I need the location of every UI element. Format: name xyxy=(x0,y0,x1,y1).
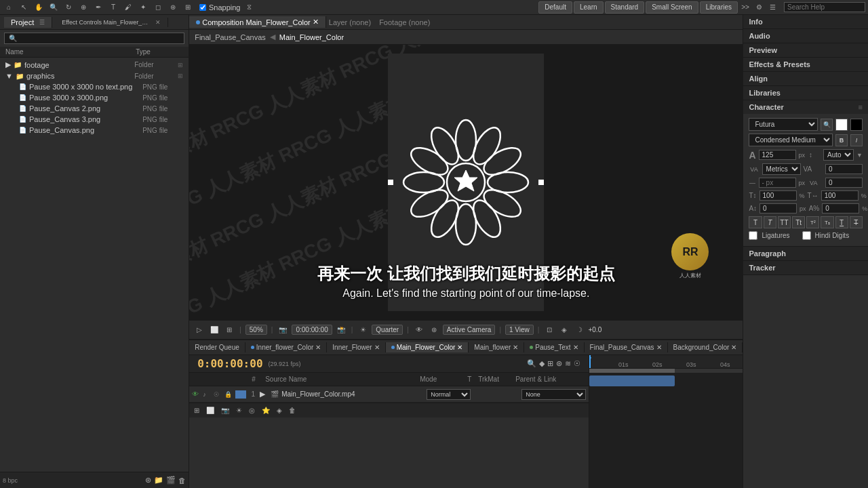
tab-effect-controls[interactable]: Effect Controls Main_Flower_Co... ✕ xyxy=(55,18,168,27)
workspace-more-icon[interactable]: >> xyxy=(739,1,751,14)
tl-tab-mf-close[interactable]: ✕ xyxy=(513,344,518,351)
vc-camera-icon[interactable]: 📷 xyxy=(277,324,289,336)
tl-tab-inner-flower[interactable]: Inner_Flower ✕ xyxy=(327,342,385,352)
character-section-title[interactable]: Character ≡ xyxy=(743,100,868,114)
tl-tab-render-queue[interactable]: Render Queue xyxy=(189,342,245,352)
vc-view-icon[interactable]: 👁 xyxy=(413,324,425,336)
align-section-title[interactable]: Align xyxy=(743,72,868,85)
style-super-btn[interactable]: T² xyxy=(806,216,819,228)
pen-tool[interactable]: ✒ xyxy=(92,1,104,14)
tl-adj-icon[interactable]: ◈ xyxy=(275,406,284,415)
workspace-settings-icon[interactable]: ☰ xyxy=(766,1,778,14)
leading-select[interactable]: Auto xyxy=(823,149,854,161)
vc-active-camera-btn[interactable]: Active Camera xyxy=(443,325,496,335)
tl-search-icon[interactable]: 🔍 xyxy=(527,359,536,368)
workspace-standard[interactable]: Standard xyxy=(605,1,645,14)
workspace-libraries[interactable]: Libraries xyxy=(700,1,738,14)
tree-item-file1[interactable]: 📄 Pause 3000 x 3000 no text.png PNG file xyxy=(0,81,189,92)
font-style-select[interactable]: Condensed Medium xyxy=(749,134,833,146)
tl-add-marker-icon[interactable]: ◆ xyxy=(539,359,545,368)
info-section-title[interactable]: Info xyxy=(743,15,868,28)
kerning-select[interactable]: Metrics xyxy=(762,163,801,175)
vc-view2-icon[interactable]: ⊛ xyxy=(428,324,440,336)
workspace-menu-icon[interactable]: ⚙ xyxy=(753,1,765,14)
layer-mode-select[interactable]: Normal xyxy=(427,389,471,400)
workspace-default[interactable]: Default xyxy=(538,1,572,14)
delete-icon[interactable]: 🗑 xyxy=(178,476,186,485)
tl-tab-inner-flower-color[interactable]: Inner_flower_Color ✕ xyxy=(245,342,328,352)
vert-scale-input[interactable] xyxy=(760,190,797,201)
libraries-section-title[interactable]: Libraries xyxy=(743,86,868,100)
layer-parent-select[interactable]: None xyxy=(521,389,586,400)
tracking-input[interactable] xyxy=(825,164,863,174)
snapping-checkbox[interactable] xyxy=(199,4,206,11)
eraser-tool[interactable]: ◻ xyxy=(152,1,164,14)
tracker-section-title[interactable]: Tracker xyxy=(743,261,868,274)
font-color-black[interactable] xyxy=(850,119,863,131)
tl-tab-pause-text[interactable]: Pause_Text ✕ xyxy=(524,342,584,352)
paragraph-section-title[interactable]: Paragraph xyxy=(743,247,868,260)
zoom-select[interactable]: 50% xyxy=(245,325,267,335)
tl-tab-background-color[interactable]: Background_Color ✕ xyxy=(668,342,743,352)
vc-exposure-icon[interactable]: ☽ xyxy=(573,324,585,336)
tl-tab-bc-close[interactable]: ✕ xyxy=(731,344,736,351)
layer-expand-icon[interactable]: ▶ xyxy=(260,390,271,399)
roto-tool[interactable]: ⊛ xyxy=(167,1,179,14)
help-search-input[interactable] xyxy=(784,2,865,12)
tl-comp-marker-icon[interactable]: ⊞ xyxy=(547,359,553,368)
tree-expand-graphics[interactable]: ▼ xyxy=(5,72,13,80)
vc-frame-icon[interactable]: ⬜ xyxy=(208,324,220,336)
hindi-checkbox[interactable] xyxy=(802,231,811,240)
style-underline-btn[interactable]: T xyxy=(835,216,848,228)
tree-item-graphics[interactable]: ▼ 📁 graphics Folder ⊞ xyxy=(0,70,189,81)
tl-tab-mfc-close[interactable]: ✕ xyxy=(457,344,462,351)
timeline-ruler[interactable]: 01s 02s 03s 04s 05s 06s 07s 08s 09s 10s … xyxy=(589,355,743,369)
vc-play-icon[interactable]: ▷ xyxy=(193,324,205,336)
tl-tab-ifc-close[interactable]: ✕ xyxy=(315,344,321,351)
tl-new-solid-icon[interactable]: ⬜ xyxy=(204,406,216,415)
extra-input2[interactable] xyxy=(822,203,859,214)
vc-grid-icon[interactable]: ⊞ xyxy=(223,324,235,336)
interpret-footage-icon[interactable]: ⊛ xyxy=(145,476,151,485)
text-tool[interactable]: T xyxy=(107,1,119,14)
tree-item-file5[interactable]: 📄 Pause_Canvas.png PNG file xyxy=(0,125,189,136)
ligatures-checkbox[interactable] xyxy=(749,231,757,240)
tree-expand-footage[interactable]: ▶ xyxy=(5,60,11,69)
puppet-tool[interactable]: ⊞ xyxy=(182,1,194,14)
layer-solo-icon[interactable]: ☉ xyxy=(214,391,224,398)
tree-item-file4[interactable]: 📄 Pause_Canvas 3.png PNG file xyxy=(0,114,189,125)
vc-views-btn[interactable]: 1 View xyxy=(505,325,534,335)
tl-tab-main-flower-color[interactable]: Main_Flower_Color ✕ xyxy=(386,342,469,352)
zoom-tool[interactable]: 🔍 xyxy=(47,1,60,14)
timeline-timecode[interactable]: 0:00:00:00 xyxy=(197,357,262,370)
style-T-btn[interactable]: T xyxy=(749,216,762,228)
extra-input1[interactable] xyxy=(760,203,797,214)
style-allcaps-btn[interactable]: TT xyxy=(778,216,791,228)
layer-eye-icon[interactable]: 👁 xyxy=(192,390,203,398)
layer-bar-1[interactable] xyxy=(589,375,675,386)
tab-project-menu[interactable]: ☰ xyxy=(39,19,45,26)
vc-quality-btn[interactable]: Quarter xyxy=(372,325,403,335)
home-icon[interactable]: ⌂ xyxy=(3,1,15,14)
tree-item-file3[interactable]: 📄 Pause_Canvas 2.png PNG file xyxy=(0,103,189,114)
tl-tab-fp-close[interactable]: ✕ xyxy=(656,344,662,351)
tl-null-icon[interactable]: ◎ xyxy=(247,406,257,415)
clone-tool[interactable]: ✦ xyxy=(137,1,149,14)
tl-shape-icon[interactable]: ⭐ xyxy=(260,406,272,415)
comp-tab-main-flower-color[interactable]: Composition Main_Flower_Color ✕ xyxy=(189,16,326,28)
workspace-learn[interactable]: Learn xyxy=(574,1,604,14)
snapping-icon[interactable]: ⧖ xyxy=(243,1,256,14)
hand-tool[interactable]: ✋ xyxy=(33,1,45,14)
font-name-select[interactable]: Futura xyxy=(749,118,818,131)
tab-effect-close[interactable]: ✕ xyxy=(155,19,161,26)
vc-bg-icon[interactable]: ☀ xyxy=(357,324,369,336)
vc-snapshot-icon[interactable]: 📸 xyxy=(335,324,347,336)
vc-3d-icon[interactable]: ⊡ xyxy=(543,324,555,336)
style-sub-btn[interactable]: T₂ xyxy=(821,216,833,228)
tl-delete-icon[interactable]: 🗑 xyxy=(287,406,298,415)
faux-bold-icon[interactable]: B xyxy=(835,134,848,146)
font-size-input[interactable] xyxy=(759,150,796,160)
tl-camera-icon[interactable]: 📷 xyxy=(219,406,231,415)
faux-italic-icon[interactable]: I xyxy=(850,134,863,146)
baseline-input[interactable] xyxy=(759,178,796,188)
